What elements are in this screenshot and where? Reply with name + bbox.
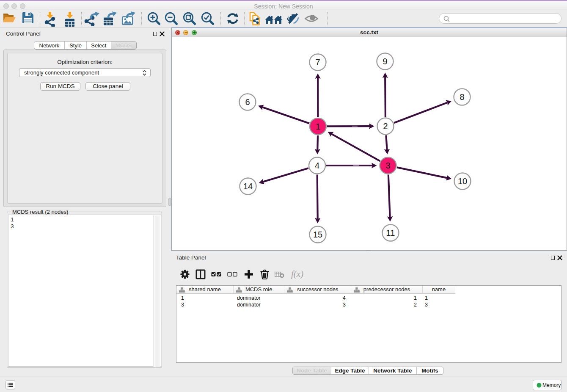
svg-text:9: 9 — [383, 57, 387, 66]
svg-text:10: 10 — [458, 177, 467, 186]
svg-text:14: 14 — [243, 182, 253, 191]
svg-text:15: 15 — [313, 230, 322, 239]
svg-text:7: 7 — [315, 58, 320, 67]
svg-text:11: 11 — [386, 228, 395, 237]
svg-text:4: 4 — [315, 161, 319, 170]
svg-text:2: 2 — [383, 121, 388, 131]
svg-text:1: 1 — [316, 122, 320, 131]
svg-text:6: 6 — [245, 97, 250, 107]
svg-text:8: 8 — [460, 92, 464, 102]
svg-text:3: 3 — [385, 161, 390, 170]
